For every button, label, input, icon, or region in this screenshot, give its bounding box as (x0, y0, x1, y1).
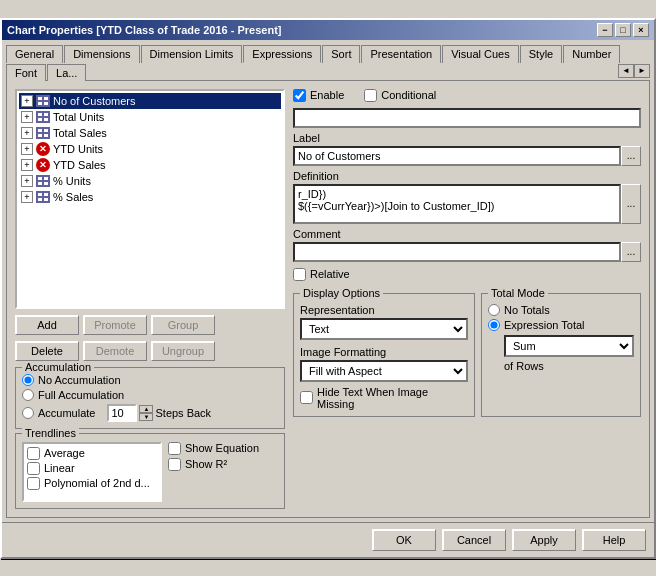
conditional-option[interactable]: Conditional (364, 89, 436, 102)
spin-buttons: ▲ ▼ (139, 405, 153, 421)
image-formatting-section: Image Formatting Fill with Aspect Stretc… (300, 346, 468, 382)
tree-item-ytd-sales[interactable]: + ✕ YTD Sales (19, 157, 281, 173)
no-totals-option[interactable]: No Totals (488, 304, 634, 316)
show-equation-option[interactable]: Show Equation (168, 442, 259, 455)
expression-total-radio[interactable] (488, 319, 500, 331)
tab-style[interactable]: Style (520, 45, 562, 63)
tab-visual-cues[interactable]: Visual Cues (442, 45, 519, 63)
demote-button[interactable]: Demote (83, 341, 147, 361)
tab-expressions[interactable]: Expressions (243, 45, 321, 63)
label-field-label: Label (293, 132, 641, 144)
trendline-average-checkbox[interactable] (27, 447, 40, 460)
representation-select-row: Text Bar Traffic Light Image (300, 318, 468, 340)
show-r2-checkbox[interactable] (168, 458, 181, 471)
table-icon-6 (35, 190, 51, 204)
conditional-checkbox[interactable] (364, 89, 377, 102)
relative-checkbox[interactable] (293, 268, 306, 281)
right-panel: Enable Conditional Label ... Definition … (293, 89, 641, 509)
spin-up-btn[interactable]: ▲ (139, 405, 153, 413)
expand-icon-4[interactable]: + (21, 159, 33, 171)
enable-option[interactable]: Enable (293, 89, 344, 102)
spin-down-btn[interactable]: ▼ (139, 413, 153, 421)
expression-total-option[interactable]: Expression Total (488, 319, 634, 331)
title-bar-buttons: − □ × (597, 23, 649, 37)
expand-icon-0[interactable]: + (21, 95, 33, 107)
steps-row: ▲ ▼ Steps Back (107, 404, 211, 422)
full-accumulation-option[interactable]: Full Accumulation (22, 389, 278, 401)
steps-input[interactable] (107, 404, 137, 422)
expand-icon-1[interactable]: + (21, 111, 33, 123)
tree-item-pct-units[interactable]: + % Units (19, 173, 281, 189)
trendline-linear-checkbox[interactable] (27, 462, 40, 475)
no-totals-radio[interactable] (488, 304, 500, 316)
tab-general[interactable]: General (6, 45, 63, 63)
cancel-button[interactable]: Cancel (442, 529, 506, 551)
trendline-polynomial[interactable]: Polynomial of 2nd d... (26, 476, 158, 491)
add-button[interactable]: Add (15, 315, 79, 335)
help-button[interactable]: Help (582, 529, 646, 551)
enable-checkbox[interactable] (293, 89, 306, 102)
tab-dimension-limits[interactable]: Dimension Limits (141, 45, 243, 63)
expand-icon-3[interactable]: + (21, 143, 33, 155)
promote-button[interactable]: Promote (83, 315, 147, 335)
title-bar: Chart Properties [YTD Class of Trade 201… (2, 20, 654, 40)
trendlines-options: Show Equation Show R² (168, 442, 259, 502)
tab-font[interactable]: Font (6, 64, 46, 81)
full-accumulation-radio[interactable] (22, 389, 34, 401)
tab-presentation[interactable]: Presentation (361, 45, 441, 63)
trendlines-list[interactable]: Average Linear Polynomial of 2nd d... (22, 442, 162, 502)
close-button[interactable]: × (633, 23, 649, 37)
table-icon-5 (35, 174, 51, 188)
tree-item-total-units[interactable]: + Total Units (19, 109, 281, 125)
comment-input[interactable] (293, 242, 621, 262)
show-r2-option[interactable]: Show R² (168, 458, 259, 471)
tab-la[interactable]: La... (47, 64, 86, 81)
definition-field-container: r_ID}) $({=vCurrYear})>)[Join to Custome… (293, 184, 641, 224)
tab-sort[interactable]: Sort (322, 45, 360, 63)
trendline-poly-checkbox[interactable] (27, 477, 40, 490)
tree-item-ytd-units[interactable]: + ✕ YTD Units (19, 141, 281, 157)
expand-icon-6[interactable]: + (21, 191, 33, 203)
hide-text-option[interactable]: Hide Text When Image Missing (300, 386, 468, 410)
expand-icon-5[interactable]: + (21, 175, 33, 187)
no-accumulation-option[interactable]: No Accumulation (22, 374, 278, 386)
hide-text-checkbox[interactable] (300, 391, 313, 404)
delete-button[interactable]: Delete (15, 341, 79, 361)
label-input[interactable] (293, 146, 621, 166)
expand-icon-2[interactable]: + (21, 127, 33, 139)
tree-item-pct-sales[interactable]: + % Sales (19, 189, 281, 205)
expression-tree[interactable]: + No of Customers + Total Units (15, 89, 285, 309)
tab-nav-left[interactable]: ◄ (618, 64, 634, 78)
tab-dimensions[interactable]: Dimensions (64, 45, 139, 63)
label-ellipsis-button[interactable]: ... (621, 146, 641, 166)
show-equation-checkbox[interactable] (168, 442, 181, 455)
definition-ellipsis-button[interactable]: ... (621, 184, 641, 224)
trendline-linear[interactable]: Linear (26, 461, 158, 476)
tree-item-total-sales[interactable]: + Total Sales (19, 125, 281, 141)
definition-textarea[interactable]: r_ID}) $({=vCurrYear})>)[Join to Custome… (293, 184, 621, 224)
minimize-button[interactable]: − (597, 23, 613, 37)
sum-select[interactable]: Sum (504, 335, 634, 357)
representation-label: Representation (300, 304, 468, 316)
tab-nav-right[interactable]: ► (634, 64, 650, 78)
top-text-input[interactable] (293, 108, 641, 128)
apply-button[interactable]: Apply (512, 529, 576, 551)
tab-number[interactable]: Number (563, 45, 620, 63)
trendline-average[interactable]: Average (26, 446, 158, 461)
image-formatting-select[interactable]: Fill with Aspect Stretch Center Tile (300, 360, 468, 382)
definition-field-label: Definition (293, 170, 641, 182)
accumulation-section: Accumulation No Accumulation Full Accumu… (15, 367, 285, 429)
comment-field-label: Comment (293, 228, 641, 240)
maximize-button[interactable]: □ (615, 23, 631, 37)
accumulate-radio[interactable] (22, 407, 34, 419)
of-rows-text: of Rows (504, 360, 634, 372)
ok-button[interactable]: OK (372, 529, 436, 551)
representation-select[interactable]: Text Bar Traffic Light Image (300, 318, 468, 340)
comment-ellipsis-button[interactable]: ... (621, 242, 641, 262)
group-button[interactable]: Group (151, 315, 215, 335)
no-accumulation-radio[interactable] (22, 374, 34, 386)
tree-item-no-of-customers[interactable]: + No of Customers (19, 93, 281, 109)
ungroup-button[interactable]: Ungroup (151, 341, 215, 361)
image-formatting-label: Image Formatting (300, 346, 468, 358)
total-mode-options: No Totals Expression Total (488, 304, 634, 331)
